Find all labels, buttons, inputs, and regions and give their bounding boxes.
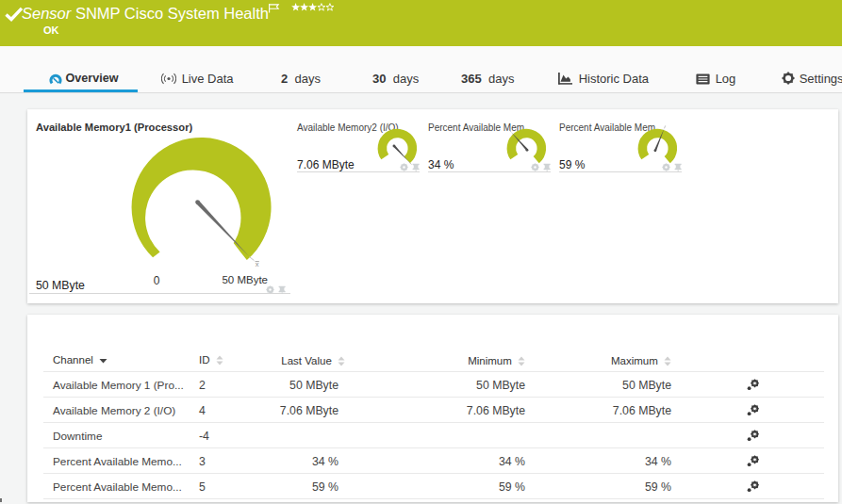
svg-text:x: x <box>256 260 259 268</box>
